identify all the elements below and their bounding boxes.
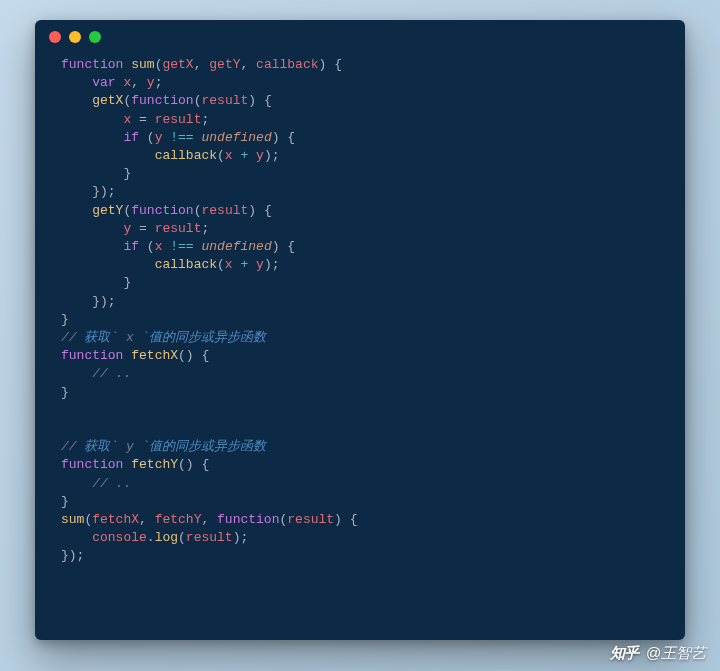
code-window: function sum(getX, getY, callback) { var… [35, 20, 685, 640]
code-line [61, 420, 659, 438]
code-line: // 获取` y `值的同步或异步函数 [61, 438, 659, 456]
code-line: getX(function(result) { [61, 92, 659, 110]
code-line: function fetchX() { [61, 347, 659, 365]
code-line: }); [61, 183, 659, 201]
code-line: var x, y; [61, 74, 659, 92]
watermark: 知乎 @王智艺 [610, 644, 706, 663]
code-line: }); [61, 547, 659, 565]
code-line: function fetchY() { [61, 456, 659, 474]
code-line: } [61, 165, 659, 183]
code-line: callback(x + y); [61, 147, 659, 165]
window-titlebar [35, 20, 685, 54]
code-line: sum(fetchX, fetchY, function(result) { [61, 511, 659, 529]
code-line: }); [61, 293, 659, 311]
watermark-author: @王智艺 [646, 644, 706, 663]
code-line: getY(function(result) { [61, 202, 659, 220]
code-block: function sum(getX, getY, callback) { var… [35, 54, 685, 584]
code-line: if (y !== undefined) { [61, 129, 659, 147]
code-line: } [61, 311, 659, 329]
minimize-icon[interactable] [69, 31, 81, 43]
code-line: } [61, 384, 659, 402]
zhihu-logo-icon: 知乎 [610, 644, 638, 663]
code-line: console.log(result); [61, 529, 659, 547]
code-line: } [61, 274, 659, 292]
code-line: } [61, 493, 659, 511]
code-line: y = result; [61, 220, 659, 238]
close-icon[interactable] [49, 31, 61, 43]
code-line: // .. [61, 475, 659, 493]
code-line: x = result; [61, 111, 659, 129]
code-line: if (x !== undefined) { [61, 238, 659, 256]
code-line: function sum(getX, getY, callback) { [61, 56, 659, 74]
maximize-icon[interactable] [89, 31, 101, 43]
code-line: // 获取` x `值的同步或异步函数 [61, 329, 659, 347]
code-line: // .. [61, 365, 659, 383]
code-line: callback(x + y); [61, 256, 659, 274]
code-line [61, 402, 659, 420]
